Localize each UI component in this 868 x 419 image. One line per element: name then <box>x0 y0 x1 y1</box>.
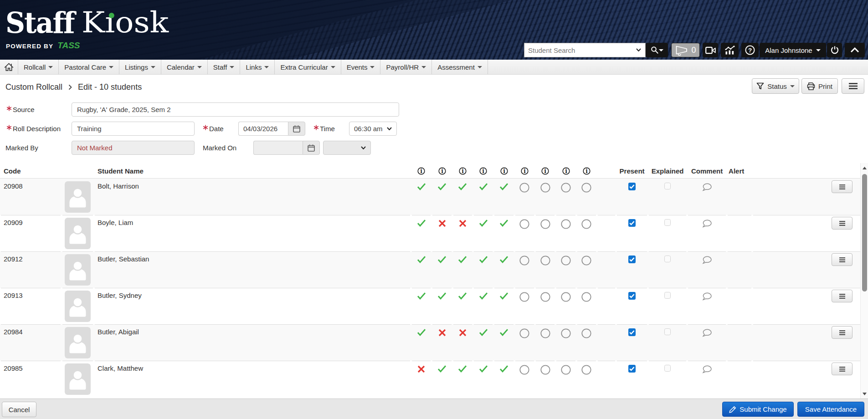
nav-home[interactable] <box>0 60 18 74</box>
radio-circle-icon[interactable] <box>540 219 550 229</box>
radio-circle-icon[interactable] <box>581 219 591 229</box>
time-select[interactable]: 06:30 am <box>349 122 397 136</box>
info-icon[interactable]: i <box>438 167 446 175</box>
nav-item-payroll-hr[interactable]: Payroll/HR <box>380 60 432 74</box>
explained-checkbox[interactable] <box>664 328 671 335</box>
radio-circle-icon[interactable] <box>581 365 591 375</box>
present-checkbox[interactable] <box>628 219 636 227</box>
comment-icon[interactable] <box>702 255 712 264</box>
col-header-info-1[interactable]: i <box>411 163 431 179</box>
info-icon[interactable]: i <box>521 167 529 175</box>
collapse-header-button[interactable] <box>845 43 865 57</box>
present-checkbox[interactable] <box>628 365 636 373</box>
explained-checkbox[interactable] <box>664 365 671 372</box>
scrollbar-down-arrow[interactable] <box>861 390 868 398</box>
radio-circle-icon[interactable] <box>519 365 529 375</box>
submit-change-button[interactable]: Submit Change <box>722 402 794 417</box>
explained-checkbox[interactable] <box>664 219 671 226</box>
info-icon[interactable]: i <box>459 167 467 175</box>
col-header-info-3[interactable]: i <box>452 163 473 179</box>
nav-item-rollcall[interactable]: Rollcall <box>18 60 59 74</box>
col-header-info-8[interactable]: i <box>555 163 576 179</box>
radio-circle-icon[interactable] <box>561 183 571 193</box>
nav-item-pastoral-care[interactable]: Pastoral Care <box>59 60 119 74</box>
comment-icon[interactable] <box>702 183 712 191</box>
row-menu-button[interactable] <box>832 290 853 302</box>
col-header-info-4[interactable]: i <box>473 163 493 179</box>
col-header-info-9[interactable]: i <box>576 163 597 179</box>
notifications-button[interactable]: 0 <box>671 43 700 57</box>
user-menu-button[interactable]: Alan Johnstone <box>760 43 826 57</box>
radio-circle-icon[interactable] <box>561 255 571 266</box>
radio-circle-icon[interactable] <box>519 183 529 193</box>
explained-checkbox[interactable] <box>664 255 671 262</box>
nav-item-links[interactable]: Links <box>240 60 275 74</box>
radio-circle-icon[interactable] <box>519 328 529 338</box>
breadcrumb-parent[interactable]: Custom Rollcall <box>5 82 62 92</box>
radio-circle-icon[interactable] <box>519 255 529 266</box>
nav-item-events[interactable]: Events <box>341 60 381 74</box>
radio-circle-icon[interactable] <box>540 183 550 193</box>
col-header-info-5[interactable]: i <box>493 163 514 179</box>
row-menu-button[interactable] <box>832 217 853 230</box>
vertical-scrollbar[interactable] <box>860 163 868 399</box>
student-search-select[interactable]: Student Search <box>524 43 646 57</box>
radio-circle-icon[interactable] <box>561 219 571 229</box>
explained-checkbox[interactable] <box>664 183 671 189</box>
explained-checkbox[interactable] <box>664 292 671 299</box>
radio-circle-icon[interactable] <box>561 292 571 302</box>
nav-item-calendar[interactable]: Calendar <box>161 60 208 74</box>
radio-circle-icon[interactable] <box>581 183 591 193</box>
scrollbar-up-arrow[interactable] <box>861 164 868 172</box>
radio-circle-icon[interactable] <box>581 328 591 338</box>
source-input[interactable] <box>72 102 399 117</box>
nav-item-listings[interactable]: Listings <box>119 60 161 74</box>
col-header-info-2[interactable]: i <box>431 163 452 179</box>
date-picker-button[interactable] <box>288 122 305 136</box>
present-checkbox[interactable] <box>628 255 636 263</box>
radio-circle-icon[interactable] <box>540 255 550 266</box>
info-icon[interactable]: i <box>583 167 591 175</box>
radio-circle-icon[interactable] <box>561 365 571 375</box>
radio-circle-icon[interactable] <box>540 365 550 375</box>
row-menu-button[interactable] <box>832 363 853 375</box>
comment-icon[interactable] <box>702 292 712 301</box>
info-icon[interactable]: i <box>500 167 508 175</box>
row-menu-button[interactable] <box>832 253 853 266</box>
video-button[interactable] <box>703 43 718 57</box>
radio-circle-icon[interactable] <box>581 292 591 302</box>
help-button[interactable]: ? <box>741 43 759 57</box>
date-input[interactable] <box>238 122 288 136</box>
info-icon[interactable]: i <box>479 167 487 175</box>
marked-on-picker-button[interactable] <box>303 141 320 155</box>
search-button[interactable] <box>646 43 668 57</box>
print-button[interactable]: Print <box>801 78 838 94</box>
cancel-button[interactable]: Cancel <box>2 402 36 417</box>
radio-circle-icon[interactable] <box>519 292 529 302</box>
save-attendance-button[interactable]: Save Attendance <box>797 402 864 417</box>
present-checkbox[interactable] <box>628 183 636 190</box>
status-button[interactable]: Status <box>752 78 799 94</box>
nav-item-extra-curricular[interactable]: Extra Curricular <box>275 60 341 74</box>
row-menu-button[interactable] <box>832 180 853 193</box>
scrollbar-thumb[interactable] <box>862 174 867 291</box>
comment-icon[interactable] <box>702 365 712 373</box>
radio-circle-icon[interactable] <box>519 219 529 229</box>
col-header-info-6[interactable]: i <box>514 163 535 179</box>
col-header-info-7[interactable]: i <box>535 163 555 179</box>
nav-item-staff[interactable]: Staff <box>208 60 241 74</box>
present-checkbox[interactable] <box>628 328 636 336</box>
roll-description-input[interactable] <box>72 122 195 136</box>
comment-icon[interactable] <box>702 328 712 337</box>
row-menu-button[interactable] <box>832 326 853 339</box>
radio-circle-icon[interactable] <box>540 328 550 338</box>
analytics-button[interactable] <box>721 43 739 57</box>
comment-icon[interactable] <box>702 219 712 228</box>
radio-circle-icon[interactable] <box>540 292 550 302</box>
info-icon[interactable]: i <box>417 167 425 175</box>
nav-item-assessment[interactable]: Assessment <box>432 60 488 74</box>
present-checkbox[interactable] <box>628 292 636 300</box>
logout-button[interactable] <box>827 43 842 57</box>
radio-circle-icon[interactable] <box>561 328 571 338</box>
radio-circle-icon[interactable] <box>581 255 591 266</box>
